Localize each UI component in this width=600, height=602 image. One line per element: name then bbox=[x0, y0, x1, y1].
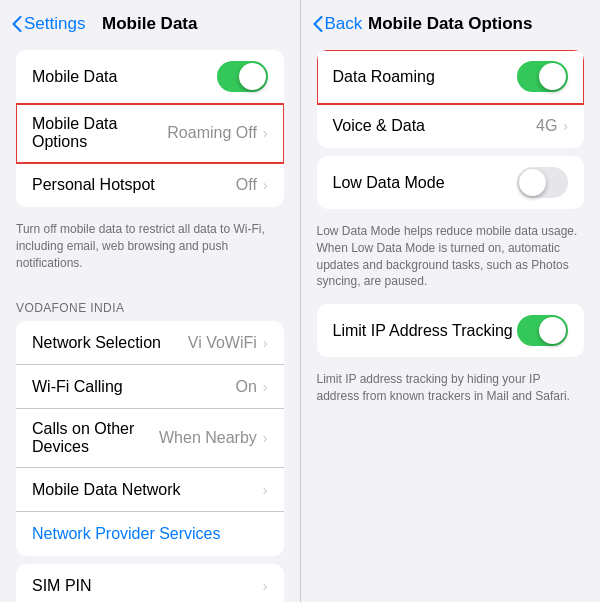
left-panel: Settings Mobile Data Mobile Data Mobile … bbox=[0, 0, 300, 602]
right-panel: Back Mobile Data Options Data Roaming Vo… bbox=[301, 0, 601, 602]
low-data-card: Low Data Mode bbox=[317, 156, 585, 209]
network-provider-services-row[interactable]: Network Provider Services bbox=[16, 512, 284, 556]
personal-hotspot-row[interactable]: Personal Hotspot Off › bbox=[16, 163, 284, 207]
right-scroll: Data Roaming Voice & Data 4G › Low Data … bbox=[301, 42, 601, 602]
wifi-calling-row[interactable]: Wi-Fi Calling On › bbox=[16, 365, 284, 409]
calls-other-devices-label: Calls on Other Devices bbox=[32, 420, 159, 456]
right-nav-bar: Back Mobile Data Options bbox=[301, 0, 601, 42]
network-selection-row[interactable]: Network Selection Vi VoWiFi › bbox=[16, 321, 284, 365]
voice-data-row[interactable]: Voice & Data 4G › bbox=[317, 104, 585, 148]
network-selection-label: Network Selection bbox=[32, 334, 188, 352]
calls-other-devices-chevron: › bbox=[263, 430, 268, 446]
right-nav-title: Mobile Data Options bbox=[368, 14, 532, 34]
mobile-data-network-chevron: › bbox=[263, 482, 268, 498]
data-roaming-label: Data Roaming bbox=[333, 68, 518, 86]
sim-pin-row[interactable]: SIM PIN › bbox=[16, 564, 284, 602]
voice-data-label: Voice & Data bbox=[333, 117, 536, 135]
mobile-data-network-row[interactable]: Mobile Data Network › bbox=[16, 468, 284, 512]
personal-hotspot-label: Personal Hotspot bbox=[32, 176, 236, 194]
left-nav-title: Mobile Data bbox=[102, 14, 197, 34]
roaming-card: Data Roaming Voice & Data 4G › bbox=[317, 50, 585, 148]
right-back-label: Back bbox=[325, 14, 363, 34]
left-scroll: Mobile Data Mobile Data Options Roaming … bbox=[0, 42, 300, 602]
limit-ip-desc: Limit IP address tracking by hiding your… bbox=[301, 365, 601, 419]
data-roaming-toggle-knob bbox=[539, 63, 566, 90]
wifi-calling-value: On bbox=[235, 378, 256, 396]
sim-pin-label: SIM PIN bbox=[32, 577, 261, 595]
mobile-data-toggle-knob bbox=[239, 63, 266, 90]
sim-pin-chevron: › bbox=[263, 578, 268, 594]
limit-ip-card: Limit IP Address Tracking bbox=[317, 304, 585, 357]
low-data-row[interactable]: Low Data Mode bbox=[317, 156, 585, 209]
mobile-data-options-row[interactable]: Mobile Data Options Roaming Off › bbox=[16, 104, 284, 163]
data-roaming-toggle[interactable] bbox=[517, 61, 568, 92]
right-back-button[interactable]: Back bbox=[313, 14, 363, 34]
mobile-data-footer: Turn off mobile data to restrict all dat… bbox=[0, 215, 300, 285]
data-roaming-row[interactable]: Data Roaming bbox=[317, 50, 585, 104]
right-back-chevron-icon bbox=[313, 16, 323, 32]
limit-ip-row[interactable]: Limit IP Address Tracking bbox=[317, 304, 585, 357]
mobile-data-row[interactable]: Mobile Data bbox=[16, 50, 284, 104]
back-chevron-icon bbox=[12, 16, 22, 32]
network-selection-chevron: › bbox=[263, 335, 268, 351]
voice-data-chevron: › bbox=[563, 118, 568, 134]
vodafone-card: Network Selection Vi VoWiFi › Wi-Fi Call… bbox=[16, 321, 284, 556]
low-data-toggle-knob bbox=[519, 169, 546, 196]
calls-other-devices-value: When Nearby bbox=[159, 429, 257, 447]
sim-pin-card: SIM PIN › bbox=[16, 564, 284, 602]
mobile-data-options-value: Roaming Off bbox=[167, 124, 257, 142]
calls-other-devices-row[interactable]: Calls on Other Devices When Nearby › bbox=[16, 409, 284, 468]
mobile-data-network-label: Mobile Data Network bbox=[32, 481, 261, 499]
mobile-data-toggle[interactable] bbox=[217, 61, 268, 92]
mobile-data-options-label: Mobile Data Options bbox=[32, 115, 167, 151]
limit-ip-toggle-knob bbox=[539, 317, 566, 344]
low-data-desc: Low Data Mode helps reduce mobile data u… bbox=[301, 217, 601, 304]
wifi-calling-chevron: › bbox=[263, 379, 268, 395]
personal-hotspot-chevron: › bbox=[263, 177, 268, 193]
mobile-data-label: Mobile Data bbox=[32, 68, 217, 86]
main-card: Mobile Data Mobile Data Options Roaming … bbox=[16, 50, 284, 207]
limit-ip-label: Limit IP Address Tracking bbox=[333, 322, 518, 340]
personal-hotspot-value: Off bbox=[236, 176, 257, 194]
voice-data-value: 4G bbox=[536, 117, 557, 135]
network-provider-services-label: Network Provider Services bbox=[32, 525, 268, 543]
network-selection-value: Vi VoWiFi bbox=[188, 334, 257, 352]
wifi-calling-label: Wi-Fi Calling bbox=[32, 378, 235, 396]
limit-ip-toggle[interactable] bbox=[517, 315, 568, 346]
left-nav-bar: Settings Mobile Data bbox=[0, 0, 300, 42]
mobile-data-options-chevron: › bbox=[263, 125, 268, 141]
left-back-label: Settings bbox=[24, 14, 85, 34]
low-data-label: Low Data Mode bbox=[333, 174, 518, 192]
low-data-toggle[interactable] bbox=[517, 167, 568, 198]
left-back-button[interactable]: Settings bbox=[12, 14, 85, 34]
vodafone-section-header: VODAFONE INDIA bbox=[0, 285, 300, 321]
